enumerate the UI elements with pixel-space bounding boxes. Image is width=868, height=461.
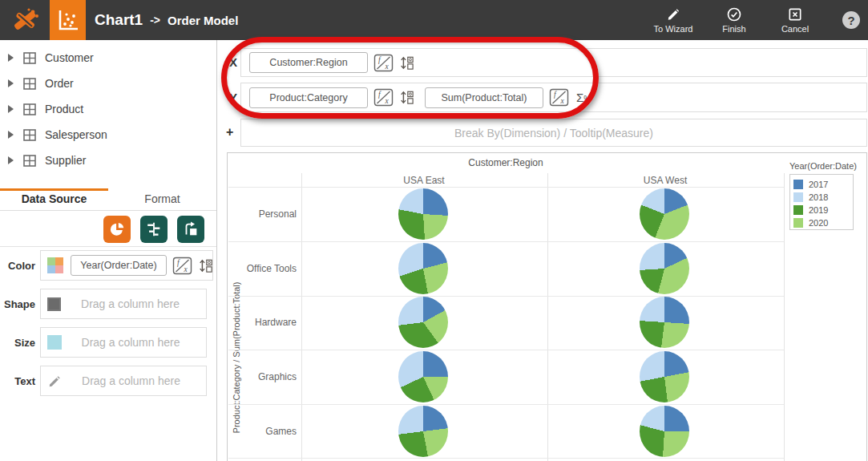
table-label: Supplier bbox=[45, 154, 86, 167]
sidebar: Customer Order Product Salesperson Suppl… bbox=[0, 40, 217, 461]
grid-hline bbox=[228, 241, 784, 242]
shape-well-row: Shape Drag a column here bbox=[0, 289, 216, 319]
caret-right-icon[interactable] bbox=[8, 105, 14, 113]
grid-hline bbox=[228, 187, 784, 188]
svg-text:x: x bbox=[385, 97, 390, 105]
size-swatch-icon bbox=[47, 335, 62, 350]
table-icon bbox=[23, 78, 36, 90]
breadcrumb-arrow: -> bbox=[150, 14, 160, 26]
color-field-pill[interactable]: Year(Order:Date) bbox=[71, 255, 167, 276]
chart-type-tile[interactable] bbox=[50, 0, 86, 40]
svg-text:f: f bbox=[378, 56, 382, 64]
table-icon bbox=[23, 129, 36, 141]
color-well-row: Color Year(Order:Date) f x bbox=[0, 250, 216, 281]
size-well[interactable]: Drag a column here bbox=[40, 327, 207, 358]
grid-hline bbox=[228, 404, 784, 405]
check-circle-icon bbox=[726, 6, 742, 22]
row-label: Personal bbox=[228, 208, 297, 220]
table-icon-wrap bbox=[23, 129, 36, 141]
sigma-percent-button[interactable]: Σ% bbox=[576, 91, 591, 104]
legend: 2017201820192020 bbox=[789, 174, 854, 230]
table-icon bbox=[23, 155, 36, 167]
y-axis-label: Y bbox=[229, 91, 237, 104]
model-name: Order Model bbox=[168, 14, 238, 27]
row-label: Office Tools bbox=[228, 263, 297, 274]
fx-icon: f x bbox=[373, 54, 394, 72]
text-well-label: Text bbox=[0, 366, 35, 396]
legend-label: 2017 bbox=[809, 180, 828, 189]
color-well-label: Color bbox=[0, 250, 35, 281]
legend-title: Year(Order:Date) bbox=[789, 161, 858, 171]
svg-text:x: x bbox=[385, 63, 390, 71]
break-by-placeholder: Break By(Dimension) / Tooltip(Measure) bbox=[241, 127, 866, 140]
table-icon-wrap bbox=[23, 103, 36, 115]
legend-swatch bbox=[793, 218, 803, 228]
y-dimension-pill[interactable]: Product:Category bbox=[249, 87, 368, 108]
sort-order-button[interactable] bbox=[399, 55, 414, 71]
sidebar-item-product[interactable]: Product bbox=[0, 96, 216, 122]
finish-button[interactable]: Finish bbox=[713, 6, 755, 34]
sidebar-item-supplier[interactable]: Supplier bbox=[0, 148, 216, 173]
sidebar-item-salesperson[interactable]: Salesperson bbox=[0, 122, 216, 148]
table-label: Customer bbox=[45, 51, 94, 64]
caret-right-icon[interactable] bbox=[8, 156, 14, 164]
to-wizard-button[interactable]: To Wizard bbox=[652, 6, 694, 34]
page-title: Chart1 bbox=[95, 11, 143, 29]
pie-graphics-usa-west bbox=[640, 351, 689, 402]
fx-icon: f x bbox=[549, 88, 569, 107]
pie-graphics-usa-east bbox=[398, 351, 448, 402]
text-well[interactable]: Drag a column here bbox=[40, 366, 207, 396]
pie-chart-button[interactable] bbox=[103, 216, 131, 243]
table-label: Salesperson bbox=[45, 128, 107, 141]
shape-well[interactable]: Drag a column here bbox=[40, 289, 207, 319]
table-label: Product bbox=[45, 103, 83, 115]
cancel-label: Cancel bbox=[781, 24, 809, 34]
sidebar-item-customer[interactable]: Customer bbox=[0, 45, 216, 71]
transpose-chart-button[interactable] bbox=[177, 216, 204, 243]
color-well[interactable]: Year(Order:Date) f x bbox=[40, 250, 213, 281]
column-header: USA West bbox=[585, 175, 745, 186]
tab-data-source[interactable]: Data Source bbox=[0, 188, 108, 210]
x-axis-label: X bbox=[229, 55, 237, 69]
grid-hline bbox=[228, 350, 784, 350]
table-icon-wrap bbox=[23, 78, 36, 90]
grid-vline bbox=[784, 173, 785, 461]
y-measure-pill[interactable]: Sum(Product:Total) bbox=[425, 87, 543, 108]
expression-button[interactable]: f x bbox=[373, 88, 394, 107]
sort-order-icon bbox=[399, 90, 414, 105]
sort-order-button[interactable] bbox=[198, 258, 212, 273]
pie-games-usa-west bbox=[640, 406, 689, 457]
caret-right-icon[interactable] bbox=[8, 79, 14, 87]
tornado-chart-icon bbox=[145, 220, 163, 238]
y-axis-shelf[interactable]: Product:Category f x Sum(Product:Total) … bbox=[240, 83, 867, 112]
row-label: Games bbox=[228, 426, 297, 437]
grid-hline bbox=[228, 296, 784, 297]
text-well-row: Text Drag a column here bbox=[0, 366, 216, 396]
tornado-chart-button[interactable] bbox=[140, 216, 168, 243]
fx-icon: f x bbox=[373, 88, 394, 107]
caret-right-icon[interactable] bbox=[8, 54, 14, 62]
pie-personal-usa-west bbox=[640, 188, 689, 240]
legend-item: 2019 bbox=[793, 204, 853, 216]
finish-label: Finish bbox=[722, 24, 745, 34]
expression-button[interactable]: f x bbox=[549, 88, 569, 107]
pencil-icon bbox=[665, 6, 681, 22]
expression-button[interactable]: f x bbox=[373, 54, 394, 72]
table-icon-wrap bbox=[23, 155, 36, 167]
x-axis-shelf[interactable]: Customer:Region f x bbox=[240, 48, 867, 77]
cancel-button[interactable]: Cancel bbox=[774, 6, 816, 34]
break-by-shelf[interactable]: Break By(Dimension) / Tooltip(Measure) bbox=[240, 119, 867, 147]
expression-button[interactable]: f x bbox=[172, 257, 192, 275]
sidebar-item-order[interactable]: Order bbox=[0, 71, 216, 96]
shape-swatch-icon bbox=[47, 297, 61, 311]
tab-format[interactable]: Format bbox=[108, 188, 216, 210]
palette-icon bbox=[47, 257, 63, 273]
x-field-pill[interactable]: Customer:Region bbox=[249, 52, 368, 73]
row-label: Graphics bbox=[228, 371, 297, 382]
caret-right-icon[interactable] bbox=[8, 131, 14, 139]
row-label: Hardware bbox=[228, 317, 297, 328]
column-header: USA East bbox=[344, 175, 504, 186]
legend-label: 2020 bbox=[809, 218, 828, 228]
help-button[interactable]: ? bbox=[842, 11, 860, 29]
sort-order-button[interactable] bbox=[399, 90, 414, 105]
